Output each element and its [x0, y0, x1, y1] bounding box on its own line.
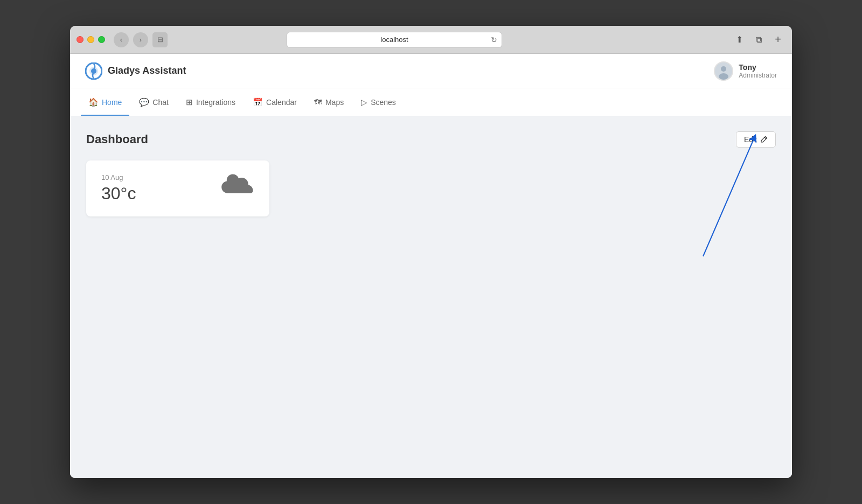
app-content: Gladys Assistant Tony Administrator — [70, 54, 792, 478]
cloud-icon — [220, 173, 254, 199]
tab-scenes-label: Scenes — [371, 98, 396, 107]
logo-area: Gladys Assistant — [85, 62, 186, 80]
weather-card: 10 Aug 30°c — [86, 160, 269, 216]
address-bar[interactable]: localhost ↻ — [287, 32, 502, 48]
weather-info: 10 Aug 30°c — [101, 173, 136, 204]
logo-icon — [85, 62, 102, 80]
calendar-icon: 📅 — [253, 97, 263, 107]
forward-button[interactable]: › — [133, 32, 148, 47]
svg-point-5 — [719, 73, 728, 80]
avatar — [714, 61, 733, 81]
tab-chat-label: Chat — [152, 98, 169, 107]
traffic-lights — [77, 36, 105, 43]
scenes-icon: ▷ — [361, 97, 367, 107]
weather-date: 10 Aug — [101, 173, 136, 181]
page-header: Dashboard Edit — [86, 131, 776, 148]
browser-actions: ⬆ ⧉ + — [732, 32, 785, 47]
nav-tabs: 🏠 Home 💬 Chat ⊞ Integrations 📅 Calendar … — [70, 88, 792, 116]
add-tab-button[interactable]: + — [770, 32, 785, 47]
weather-icon-container — [220, 173, 254, 204]
user-area: Tony Administrator — [714, 61, 777, 81]
user-info: Tony Administrator — [739, 63, 777, 79]
app-header: Gladys Assistant Tony Administrator — [70, 54, 792, 88]
integrations-icon: ⊞ — [186, 97, 193, 107]
tab-home[interactable]: 🏠 Home — [81, 88, 129, 116]
main-content: Dashboard Edit 10 Aug 30°c — [70, 116, 792, 478]
tab-integrations[interactable]: ⊞ Integrations — [178, 88, 243, 116]
sidebar-toggle-button[interactable]: ⊟ — [152, 32, 168, 47]
reload-button[interactable]: ↻ — [491, 36, 497, 44]
home-icon: 🏠 — [88, 97, 99, 107]
svg-line-6 — [703, 138, 754, 256]
title-bar: ‹ › ⊟ localhost ↻ ⬆ ⧉ + — [70, 26, 792, 54]
browser-window: ‹ › ⊟ localhost ↻ ⬆ ⧉ + G — [70, 26, 792, 478]
svg-point-4 — [721, 66, 726, 72]
tab-chat[interactable]: 💬 Chat — [131, 88, 176, 116]
share-button[interactable]: ⬆ — [732, 32, 747, 47]
tab-calendar[interactable]: 📅 Calendar — [245, 88, 304, 116]
page-title: Dashboard — [86, 132, 148, 146]
maps-icon: 🗺 — [314, 97, 322, 107]
annotation-arrow — [652, 127, 760, 267]
edit-button[interactable]: Edit — [736, 131, 776, 148]
tab-scenes[interactable]: ▷ Scenes — [353, 88, 404, 116]
user-role: Administrator — [739, 72, 777, 79]
edit-button-label: Edit — [744, 135, 757, 144]
fullscreen-button[interactable]: ⧉ — [751, 32, 766, 47]
weather-temperature: 30°c — [101, 184, 136, 204]
tab-calendar-label: Calendar — [266, 98, 297, 107]
close-button[interactable] — [77, 36, 84, 43]
tab-maps[interactable]: 🗺 Maps — [307, 88, 351, 116]
back-button[interactable]: ‹ — [114, 32, 129, 47]
tab-home-label: Home — [102, 98, 122, 107]
tab-integrations-label: Integrations — [196, 98, 235, 107]
app-name: Gladys Assistant — [108, 65, 186, 76]
minimize-button[interactable] — [87, 36, 94, 43]
tab-maps-label: Maps — [325, 98, 344, 107]
chat-icon: 💬 — [139, 97, 149, 107]
edit-icon — [760, 136, 768, 143]
user-name: Tony — [739, 63, 777, 72]
url-text: localhost — [380, 36, 408, 44]
maximize-button[interactable] — [98, 36, 105, 43]
